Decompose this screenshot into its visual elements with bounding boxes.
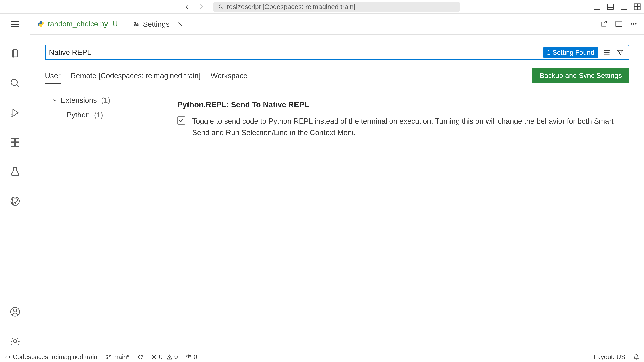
tab-settings[interactable]: Settings bbox=[126, 13, 191, 34]
nav-back[interactable] bbox=[183, 3, 191, 11]
scope-tabs: User Remote [Codespaces: reimagined trai… bbox=[45, 69, 247, 84]
svg-rect-11 bbox=[11, 143, 14, 146]
toc-extensions-label: Extensions bbox=[61, 96, 97, 104]
svg-rect-7 bbox=[638, 7, 640, 10]
setting-checkbox[interactable] bbox=[178, 116, 186, 124]
svg-point-18 bbox=[134, 22, 136, 23]
warnings-count: 0 bbox=[174, 354, 178, 361]
toc-python[interactable]: Python (1) bbox=[45, 106, 155, 120]
extensions-icon[interactable] bbox=[9, 136, 21, 148]
command-center-text: resizescript [Codespaces: reimagined tra… bbox=[227, 3, 355, 10]
branch-label: main* bbox=[113, 354, 130, 361]
setting-title: Python.REPL: Send To Native REPL bbox=[178, 100, 629, 109]
settings-editor: 1 Setting Found User Remote [Codespaces:… bbox=[30, 35, 644, 352]
problems-indicator[interactable]: 0 0 bbox=[151, 354, 178, 361]
settings-scope-row: User Remote [Codespaces: reimagined trai… bbox=[45, 68, 629, 85]
scope-remote[interactable]: Remote [Codespaces: reimagined train] bbox=[70, 69, 200, 84]
setting-item-python-repl-native: Python.REPL: Send To Native REPL Toggle … bbox=[178, 100, 629, 138]
svg-point-17 bbox=[14, 340, 16, 343]
toggle-primary-sidebar-icon[interactable] bbox=[592, 2, 602, 11]
svg-point-19 bbox=[137, 24, 138, 25]
search-icon bbox=[218, 4, 224, 10]
close-icon[interactable] bbox=[177, 21, 184, 28]
backup-sync-button[interactable]: Backup and Sync Settings bbox=[532, 68, 629, 83]
settings-content: Extensions (1) Python (1) Python.REPL: S… bbox=[45, 95, 629, 352]
svg-point-27 bbox=[109, 355, 110, 356]
toggle-secondary-sidebar-icon[interactable] bbox=[619, 2, 628, 11]
tab-label: random_choice.py bbox=[48, 20, 108, 28]
settings-tab-icon bbox=[133, 21, 140, 28]
toc-python-label: Python bbox=[67, 111, 90, 119]
svg-point-20 bbox=[135, 25, 136, 26]
svg-point-0 bbox=[219, 5, 222, 8]
svg-point-23 bbox=[633, 23, 634, 25]
layout-indicator[interactable]: Layout: US bbox=[594, 354, 625, 361]
svg-point-16 bbox=[14, 309, 16, 312]
svg-rect-3 bbox=[621, 4, 627, 9]
filter-settings-icon[interactable] bbox=[615, 47, 625, 57]
editor-column: random_choice.py U Settings bbox=[30, 13, 644, 352]
title-bar: resizescript [Codespaces: reimagined tra… bbox=[0, 0, 644, 13]
menu-icon[interactable] bbox=[9, 18, 21, 30]
svg-rect-5 bbox=[638, 4, 640, 6]
settings-search-input[interactable] bbox=[49, 48, 541, 57]
layout-controls bbox=[592, 2, 642, 11]
tab-label: Settings bbox=[143, 20, 170, 28]
remote-label: Codespaces: reimagined train bbox=[13, 354, 98, 361]
toggle-panel-icon[interactable] bbox=[606, 2, 615, 11]
nav-forward bbox=[197, 3, 205, 11]
testing-icon[interactable] bbox=[9, 166, 21, 178]
github-icon[interactable] bbox=[9, 195, 21, 207]
remote-indicator[interactable]: Codespaces: reimagined train bbox=[5, 354, 98, 361]
svg-point-25 bbox=[106, 355, 108, 356]
settings-list: Python.REPL: Send To Native REPL Toggle … bbox=[159, 95, 629, 352]
settings-toc: Extensions (1) Python (1) bbox=[45, 95, 159, 352]
settings-search-row: 1 Setting Found bbox=[45, 45, 629, 60]
run-debug-icon[interactable] bbox=[9, 107, 21, 119]
command-center[interactable]: resizescript [Codespaces: reimagined tra… bbox=[213, 2, 460, 12]
toc-extensions[interactable]: Extensions (1) bbox=[45, 95, 155, 106]
more-actions-icon[interactable] bbox=[629, 19, 638, 28]
svg-point-29 bbox=[188, 357, 189, 358]
notifications-icon[interactable] bbox=[633, 354, 639, 360]
svg-rect-1 bbox=[594, 4, 600, 9]
errors-count: 0 bbox=[159, 354, 162, 361]
svg-point-22 bbox=[630, 23, 632, 25]
svg-point-26 bbox=[106, 358, 108, 359]
settings-found-badge: 1 Setting Found bbox=[543, 47, 598, 58]
split-editor-icon[interactable] bbox=[614, 19, 623, 28]
tab-git-status: U bbox=[113, 20, 118, 28]
svg-rect-4 bbox=[634, 4, 637, 6]
activity-bar bbox=[0, 13, 30, 352]
tab-random-choice[interactable]: random_choice.py U bbox=[30, 13, 126, 34]
python-file-icon bbox=[38, 21, 44, 27]
accounts-icon[interactable] bbox=[9, 306, 21, 318]
scope-workspace[interactable]: Workspace bbox=[211, 69, 247, 84]
ports-count: 0 bbox=[194, 354, 197, 361]
status-bar: Codespaces: reimagined train main* 0 0 0… bbox=[0, 352, 644, 362]
tab-actions bbox=[594, 13, 644, 34]
branch-indicator[interactable]: main* bbox=[106, 354, 130, 361]
scope-user[interactable]: User bbox=[45, 69, 60, 84]
svg-point-9 bbox=[11, 115, 13, 117]
svg-point-8 bbox=[11, 79, 17, 85]
open-settings-json-icon[interactable] bbox=[600, 19, 608, 28]
settings-search-wrap: 1 Setting Found bbox=[45, 45, 629, 60]
layout-label: Layout: US bbox=[594, 354, 625, 361]
chevron-down-icon bbox=[52, 97, 58, 103]
svg-rect-2 bbox=[608, 4, 614, 9]
svg-rect-13 bbox=[16, 138, 19, 142]
svg-point-24 bbox=[635, 23, 636, 25]
customize-layout-icon[interactable] bbox=[632, 2, 642, 11]
nav-arrows bbox=[183, 3, 205, 11]
main-row: random_choice.py U Settings bbox=[0, 13, 644, 352]
tab-bar: random_choice.py U Settings bbox=[30, 13, 644, 35]
setting-description: Toggle to send code to Python REPL inste… bbox=[192, 115, 629, 138]
clear-search-icon[interactable] bbox=[602, 47, 612, 57]
explorer-icon[interactable] bbox=[9, 48, 21, 60]
settings-gear-icon[interactable] bbox=[9, 335, 21, 347]
search-icon[interactable] bbox=[9, 77, 21, 89]
svg-rect-10 bbox=[11, 138, 14, 142]
ports-indicator[interactable]: 0 bbox=[186, 354, 197, 361]
sync-indicator[interactable] bbox=[138, 354, 143, 360]
